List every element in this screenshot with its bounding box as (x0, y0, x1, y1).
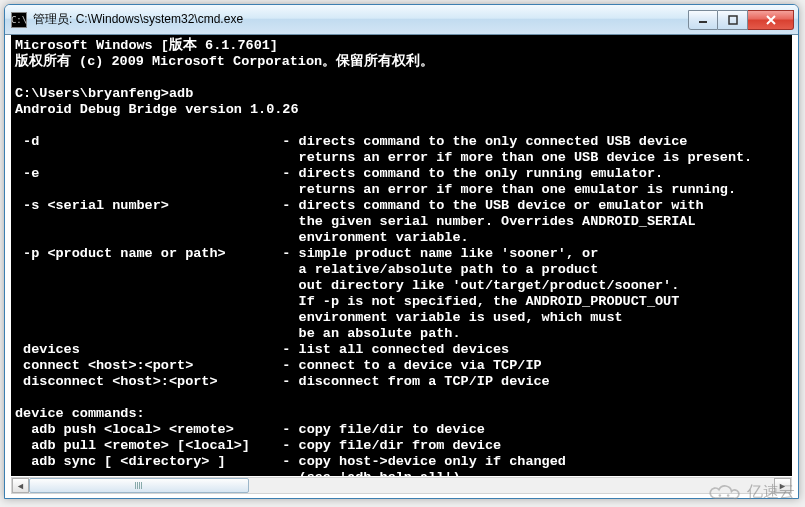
watermark-logo-icon (707, 483, 741, 503)
scroll-left-button[interactable]: ◄ (12, 478, 29, 493)
svg-rect-1 (729, 16, 737, 24)
horizontal-scrollbar[interactable]: ◄ ► (11, 477, 792, 494)
watermark: 亿速云 (707, 482, 795, 503)
window-controls (688, 10, 794, 30)
maximize-button[interactable] (718, 10, 748, 30)
cmd-window: C:\ 管理员: C:\Windows\system32\cmd.exe Mic… (4, 4, 799, 499)
titlebar[interactable]: C:\ 管理员: C:\Windows\system32\cmd.exe (5, 5, 798, 35)
window-title: 管理员: C:\Windows\system32\cmd.exe (33, 11, 688, 28)
scroll-track[interactable] (29, 478, 774, 493)
watermark-text: 亿速云 (747, 482, 795, 503)
svg-point-2 (719, 494, 722, 497)
minimize-button[interactable] (688, 10, 718, 30)
svg-rect-0 (699, 21, 707, 23)
console-area[interactable]: Microsoft Windows [版本 6.1.7601] 版权所有 (c)… (11, 35, 792, 476)
cmd-icon: C:\ (11, 12, 27, 28)
scroll-thumb[interactable] (29, 478, 249, 493)
close-button[interactable] (748, 10, 794, 30)
svg-point-3 (727, 494, 730, 497)
console-output: Microsoft Windows [版本 6.1.7601] 版权所有 (c)… (11, 35, 792, 476)
